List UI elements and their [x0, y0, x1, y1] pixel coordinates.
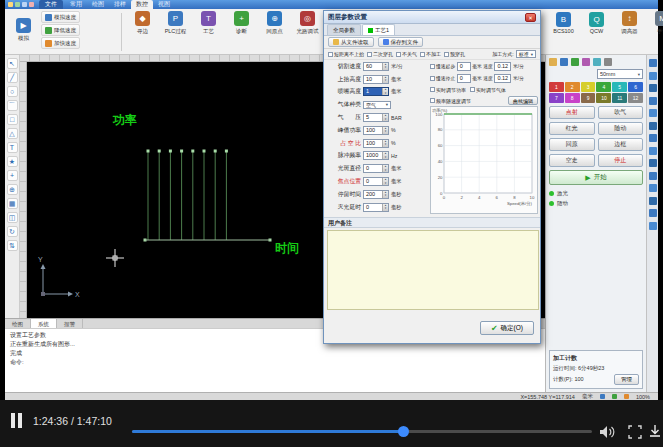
- slow-speed-input[interactable]: 0.12: [494, 74, 511, 83]
- spinner-arrows-icon[interactable]: ▴▾: [382, 152, 388, 159]
- file-menu-button[interactable]: 文件: [39, 0, 63, 9]
- dock-icon[interactable]: [649, 72, 657, 80]
- dialog-tab-layer1[interactable]: 工艺1: [362, 24, 395, 35]
- dock-icon[interactable]: [649, 147, 657, 155]
- dock-icon[interactable]: [649, 97, 657, 105]
- layer-color-7[interactable]: 7: [549, 93, 564, 103]
- save-icon[interactable]: [8, 2, 13, 7]
- dialog-checkbox-2[interactable]: 不关气: [396, 51, 417, 57]
- polygon-icon[interactable]: △: [7, 128, 18, 139]
- snap-ic[interactable]: [612, 394, 617, 399]
- pause-button[interactable]: [11, 413, 22, 428]
- console-button-0[interactable]: 点射: [549, 106, 595, 119]
- save-to-file-button[interactable]: 保存到文件: [378, 37, 424, 47]
- redo-icon[interactable]: [22, 2, 27, 7]
- param-input[interactable]: 10▴▾: [363, 75, 389, 84]
- ribbon-sim-button-1[interactable]: 降低速度: [41, 24, 80, 36]
- layer-color-10[interactable]: 10: [596, 93, 611, 103]
- curve-checkbox-1[interactable]: 实时调节气体: [470, 87, 506, 93]
- dock-icon[interactable]: [649, 172, 657, 180]
- spinner-arrows-icon[interactable]: ▴▾: [382, 76, 388, 83]
- param-input[interactable]: 60▴▾: [363, 62, 389, 71]
- ortho-icon[interactable]: [624, 394, 629, 399]
- dock-icon[interactable]: [649, 59, 657, 67]
- dock-icon[interactable]: [649, 197, 657, 205]
- redo-icon[interactable]: [593, 58, 601, 66]
- read-from-file-button[interactable]: 从文件读取: [328, 37, 374, 47]
- measure-icon[interactable]: ⇅: [7, 240, 18, 251]
- start-button[interactable]: ▶ 开始: [549, 170, 643, 185]
- rotate-icon[interactable]: ↻: [7, 226, 18, 237]
- undo-icon[interactable]: [15, 2, 20, 7]
- zoom-icon[interactable]: ⊕: [7, 184, 18, 195]
- dock-icon[interactable]: [649, 159, 657, 167]
- dock-icon[interactable]: [649, 184, 657, 192]
- notes-textarea[interactable]: [327, 230, 539, 310]
- console-button-7[interactable]: 停止: [598, 154, 644, 167]
- log-tab-1[interactable]: 系统: [31, 319, 57, 328]
- dialog-checkbox-0[interactable]: 短距离不上抬: [328, 51, 364, 57]
- ribbon-button-ribbon-left-1[interactable]: PPLC过程: [160, 11, 191, 35]
- layer-color-3[interactable]: 3: [581, 82, 596, 92]
- layer-color-2[interactable]: 2: [565, 82, 580, 92]
- spinner-arrows-icon[interactable]: ▴▾: [382, 178, 388, 185]
- dialog-checkbox-3[interactable]: 不加工: [420, 51, 441, 57]
- ribbon-button-ribbon-right-2[interactable]: ↕调高器: [614, 11, 645, 35]
- layer-color-11[interactable]: 11: [612, 93, 627, 103]
- param-input[interactable]: 100▴▾: [363, 139, 389, 148]
- slow-dist-input[interactable]: 0: [457, 74, 471, 83]
- arc-icon[interactable]: ⌒: [7, 100, 18, 111]
- console-button-5[interactable]: 边框: [598, 138, 644, 151]
- spinner-arrows-icon[interactable]: ▴▾: [382, 165, 388, 172]
- menu-tab-2[interactable]: 绘图: [87, 0, 109, 9]
- print-icon[interactable]: [29, 2, 34, 7]
- select-icon[interactable]: ↖: [7, 58, 18, 69]
- fullscreen-icon[interactable]: [628, 425, 642, 439]
- spinner-arrows-icon[interactable]: ▴▾: [382, 114, 388, 121]
- star-icon[interactable]: ★: [7, 156, 18, 167]
- param-input[interactable]: 100▴▾: [363, 126, 389, 135]
- spinner-arrows-icon[interactable]: ▴▾: [382, 88, 388, 95]
- layer-color-5[interactable]: 5: [612, 82, 627, 92]
- dialog-close-button[interactable]: ✕: [525, 13, 536, 22]
- ribbon-button-ribbon-left-5[interactable]: ◎光路调试: [292, 11, 323, 35]
- text-icon[interactable]: T: [7, 142, 18, 153]
- slow-checkbox-1[interactable]: 慢速停止: [430, 75, 455, 81]
- console-button-2[interactable]: 红光: [549, 122, 595, 135]
- param-input[interactable]: 200▴▾: [363, 190, 389, 199]
- menu-tab-4[interactable]: 数控: [131, 0, 153, 9]
- console-button-4[interactable]: 回原: [549, 138, 595, 151]
- dialog-checkbox-1[interactable]: 二次穿孔: [367, 51, 393, 57]
- seek-handle[interactable]: [398, 426, 409, 437]
- curve-checkbox-0[interactable]: 实时调节功率: [430, 87, 466, 93]
- menu-tab-3[interactable]: 排样: [109, 0, 131, 9]
- dock-icon[interactable]: [649, 109, 657, 117]
- circle-icon[interactable]: ○: [7, 86, 18, 97]
- console-button-6[interactable]: 空走: [549, 154, 595, 167]
- param-input[interactable]: 0▴▾: [363, 164, 389, 173]
- spinner-arrows-icon[interactable]: ▴▾: [382, 140, 388, 147]
- array-icon[interactable]: ▦: [7, 198, 18, 209]
- ribbon-button-ribbon-left-2[interactable]: T工艺: [193, 11, 224, 35]
- console-button-3[interactable]: 随动: [598, 122, 644, 135]
- spinner-arrows-icon[interactable]: ▴▾: [382, 204, 388, 211]
- simulate-button[interactable]: ▶ 模拟: [8, 11, 39, 49]
- ribbon-button-ribbon-left-0[interactable]: ◆寻边: [127, 11, 158, 35]
- download-icon[interactable]: [648, 424, 662, 440]
- new-file-icon[interactable]: [549, 58, 557, 66]
- curve-checkbox-2[interactable]: 频率随速度调节: [430, 98, 471, 104]
- dock-icon[interactable]: [649, 222, 657, 230]
- rect-icon[interactable]: □: [7, 114, 18, 125]
- layer-color-1[interactable]: 1: [549, 82, 564, 92]
- ribbon-button-ribbon-right-0[interactable]: BBCS100: [548, 11, 579, 35]
- spinner-arrows-icon[interactable]: ▴▾: [382, 63, 388, 70]
- spinner-arrows-icon[interactable]: ▴▾: [382, 127, 388, 134]
- param-select[interactable]: 空气▾: [363, 101, 391, 109]
- dialog-tab-global[interactable]: 全局参数: [327, 24, 361, 35]
- slow-dist-input[interactable]: 0: [457, 62, 471, 71]
- slow-speed-input[interactable]: 0.12: [494, 62, 511, 71]
- open-file-icon[interactable]: [560, 58, 568, 66]
- layer-color-9[interactable]: 9: [581, 93, 596, 103]
- layer-color-4[interactable]: 4: [596, 82, 611, 92]
- grid-icon[interactable]: [600, 394, 605, 399]
